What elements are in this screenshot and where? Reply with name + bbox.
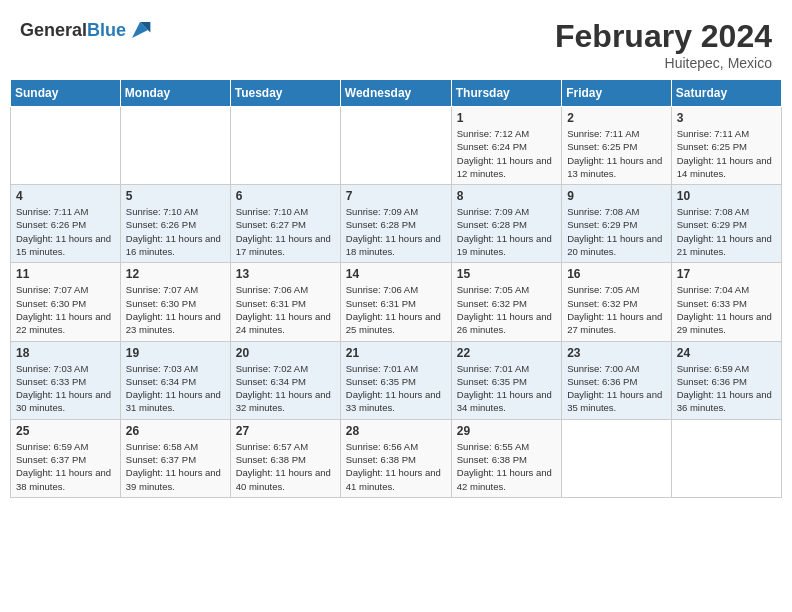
day-info: Sunrise: 6:57 AMSunset: 6:38 PMDaylight:…	[236, 440, 335, 493]
weekday-header-row: SundayMondayTuesdayWednesdayThursdayFrid…	[11, 80, 782, 107]
calendar-cell: 11Sunrise: 7:07 AMSunset: 6:30 PMDayligh…	[11, 263, 121, 341]
day-info: Sunrise: 7:09 AMSunset: 6:28 PMDaylight:…	[346, 205, 446, 258]
day-info: Sunrise: 7:06 AMSunset: 6:31 PMDaylight:…	[236, 283, 335, 336]
day-number: 25	[16, 424, 115, 438]
weekday-header-sunday: Sunday	[11, 80, 121, 107]
day-number: 29	[457, 424, 556, 438]
day-info: Sunrise: 7:07 AMSunset: 6:30 PMDaylight:…	[126, 283, 225, 336]
day-info: Sunrise: 6:55 AMSunset: 6:38 PMDaylight:…	[457, 440, 556, 493]
calendar-table: SundayMondayTuesdayWednesdayThursdayFrid…	[10, 79, 782, 498]
day-number: 11	[16, 267, 115, 281]
calendar-cell: 26Sunrise: 6:58 AMSunset: 6:37 PMDayligh…	[120, 419, 230, 497]
day-info: Sunrise: 7:06 AMSunset: 6:31 PMDaylight:…	[346, 283, 446, 336]
logo: GeneralBlue	[20, 18, 152, 42]
day-info: Sunrise: 7:03 AMSunset: 6:33 PMDaylight:…	[16, 362, 115, 415]
calendar-cell: 5Sunrise: 7:10 AMSunset: 6:26 PMDaylight…	[120, 185, 230, 263]
day-number: 21	[346, 346, 446, 360]
day-info: Sunrise: 7:05 AMSunset: 6:32 PMDaylight:…	[457, 283, 556, 336]
day-info: Sunrise: 6:59 AMSunset: 6:36 PMDaylight:…	[677, 362, 776, 415]
header: GeneralBlue February 2024 Huitepec, Mexi…	[10, 10, 782, 75]
day-info: Sunrise: 6:59 AMSunset: 6:37 PMDaylight:…	[16, 440, 115, 493]
day-number: 27	[236, 424, 335, 438]
weekday-header-thursday: Thursday	[451, 80, 561, 107]
day-number: 3	[677, 111, 776, 125]
calendar-title: February 2024	[555, 18, 772, 55]
day-info: Sunrise: 7:01 AMSunset: 6:35 PMDaylight:…	[346, 362, 446, 415]
calendar-cell: 6Sunrise: 7:10 AMSunset: 6:27 PMDaylight…	[230, 185, 340, 263]
calendar-cell: 19Sunrise: 7:03 AMSunset: 6:34 PMDayligh…	[120, 341, 230, 419]
day-info: Sunrise: 7:08 AMSunset: 6:29 PMDaylight:…	[677, 205, 776, 258]
calendar-cell: 27Sunrise: 6:57 AMSunset: 6:38 PMDayligh…	[230, 419, 340, 497]
calendar-cell: 9Sunrise: 7:08 AMSunset: 6:29 PMDaylight…	[562, 185, 672, 263]
calendar-week-row: 4Sunrise: 7:11 AMSunset: 6:26 PMDaylight…	[11, 185, 782, 263]
weekday-header-monday: Monday	[120, 80, 230, 107]
day-number: 2	[567, 111, 666, 125]
calendar-cell: 12Sunrise: 7:07 AMSunset: 6:30 PMDayligh…	[120, 263, 230, 341]
day-number: 22	[457, 346, 556, 360]
calendar-cell: 21Sunrise: 7:01 AMSunset: 6:35 PMDayligh…	[340, 341, 451, 419]
day-number: 18	[16, 346, 115, 360]
day-number: 6	[236, 189, 335, 203]
day-number: 4	[16, 189, 115, 203]
calendar-cell: 29Sunrise: 6:55 AMSunset: 6:38 PMDayligh…	[451, 419, 561, 497]
calendar-cell: 16Sunrise: 7:05 AMSunset: 6:32 PMDayligh…	[562, 263, 672, 341]
calendar-week-row: 1Sunrise: 7:12 AMSunset: 6:24 PMDaylight…	[11, 107, 782, 185]
day-info: Sunrise: 6:58 AMSunset: 6:37 PMDaylight:…	[126, 440, 225, 493]
day-number: 5	[126, 189, 225, 203]
day-info: Sunrise: 7:10 AMSunset: 6:27 PMDaylight:…	[236, 205, 335, 258]
day-number: 10	[677, 189, 776, 203]
calendar-cell	[340, 107, 451, 185]
day-info: Sunrise: 7:11 AMSunset: 6:26 PMDaylight:…	[16, 205, 115, 258]
day-info: Sunrise: 7:02 AMSunset: 6:34 PMDaylight:…	[236, 362, 335, 415]
calendar-cell: 4Sunrise: 7:11 AMSunset: 6:26 PMDaylight…	[11, 185, 121, 263]
day-info: Sunrise: 7:11 AMSunset: 6:25 PMDaylight:…	[567, 127, 666, 180]
calendar-cell: 17Sunrise: 7:04 AMSunset: 6:33 PMDayligh…	[671, 263, 781, 341]
day-info: Sunrise: 7:09 AMSunset: 6:28 PMDaylight:…	[457, 205, 556, 258]
calendar-cell	[120, 107, 230, 185]
day-number: 1	[457, 111, 556, 125]
day-info: Sunrise: 6:56 AMSunset: 6:38 PMDaylight:…	[346, 440, 446, 493]
calendar-week-row: 11Sunrise: 7:07 AMSunset: 6:30 PMDayligh…	[11, 263, 782, 341]
day-number: 13	[236, 267, 335, 281]
day-info: Sunrise: 7:05 AMSunset: 6:32 PMDaylight:…	[567, 283, 666, 336]
calendar-cell: 28Sunrise: 6:56 AMSunset: 6:38 PMDayligh…	[340, 419, 451, 497]
day-number: 12	[126, 267, 225, 281]
day-info: Sunrise: 7:11 AMSunset: 6:25 PMDaylight:…	[677, 127, 776, 180]
calendar-cell: 23Sunrise: 7:00 AMSunset: 6:36 PMDayligh…	[562, 341, 672, 419]
weekday-header-friday: Friday	[562, 80, 672, 107]
day-number: 20	[236, 346, 335, 360]
day-number: 15	[457, 267, 556, 281]
day-number: 28	[346, 424, 446, 438]
calendar-cell: 2Sunrise: 7:11 AMSunset: 6:25 PMDaylight…	[562, 107, 672, 185]
calendar-week-row: 25Sunrise: 6:59 AMSunset: 6:37 PMDayligh…	[11, 419, 782, 497]
calendar-cell: 10Sunrise: 7:08 AMSunset: 6:29 PMDayligh…	[671, 185, 781, 263]
day-info: Sunrise: 7:04 AMSunset: 6:33 PMDaylight:…	[677, 283, 776, 336]
calendar-cell: 1Sunrise: 7:12 AMSunset: 6:24 PMDaylight…	[451, 107, 561, 185]
day-number: 16	[567, 267, 666, 281]
calendar-cell: 15Sunrise: 7:05 AMSunset: 6:32 PMDayligh…	[451, 263, 561, 341]
calendar-cell: 13Sunrise: 7:06 AMSunset: 6:31 PMDayligh…	[230, 263, 340, 341]
day-number: 23	[567, 346, 666, 360]
day-number: 9	[567, 189, 666, 203]
calendar-cell	[671, 419, 781, 497]
day-info: Sunrise: 7:00 AMSunset: 6:36 PMDaylight:…	[567, 362, 666, 415]
calendar-cell: 8Sunrise: 7:09 AMSunset: 6:28 PMDaylight…	[451, 185, 561, 263]
calendar-cell: 24Sunrise: 6:59 AMSunset: 6:36 PMDayligh…	[671, 341, 781, 419]
calendar-subtitle: Huitepec, Mexico	[555, 55, 772, 71]
calendar-cell	[11, 107, 121, 185]
day-number: 8	[457, 189, 556, 203]
calendar-cell: 7Sunrise: 7:09 AMSunset: 6:28 PMDaylight…	[340, 185, 451, 263]
calendar-cell	[562, 419, 672, 497]
title-area: February 2024 Huitepec, Mexico	[555, 18, 772, 71]
day-info: Sunrise: 7:01 AMSunset: 6:35 PMDaylight:…	[457, 362, 556, 415]
weekday-header-tuesday: Tuesday	[230, 80, 340, 107]
calendar-week-row: 18Sunrise: 7:03 AMSunset: 6:33 PMDayligh…	[11, 341, 782, 419]
day-info: Sunrise: 7:03 AMSunset: 6:34 PMDaylight:…	[126, 362, 225, 415]
calendar-cell: 25Sunrise: 6:59 AMSunset: 6:37 PMDayligh…	[11, 419, 121, 497]
day-info: Sunrise: 7:07 AMSunset: 6:30 PMDaylight:…	[16, 283, 115, 336]
day-info: Sunrise: 7:10 AMSunset: 6:26 PMDaylight:…	[126, 205, 225, 258]
weekday-header-wednesday: Wednesday	[340, 80, 451, 107]
day-number: 19	[126, 346, 225, 360]
weekday-header-saturday: Saturday	[671, 80, 781, 107]
day-info: Sunrise: 7:08 AMSunset: 6:29 PMDaylight:…	[567, 205, 666, 258]
